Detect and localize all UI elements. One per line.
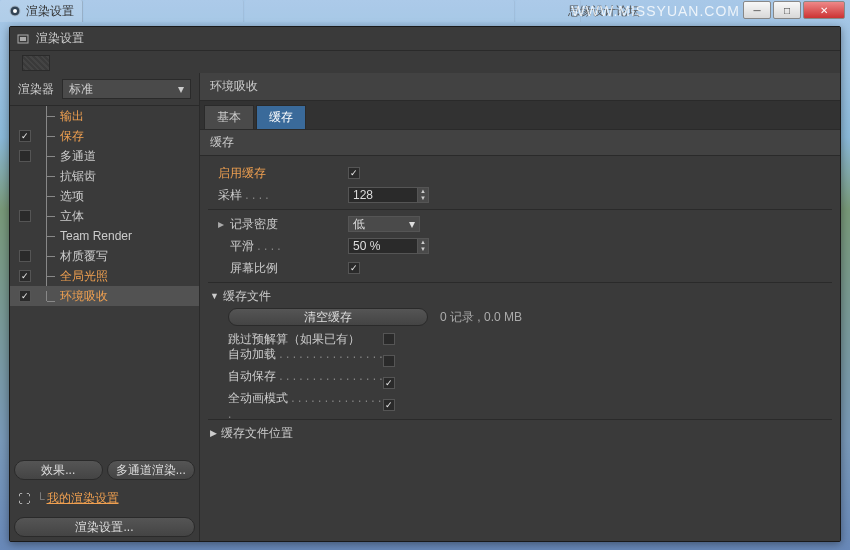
dialog-title-bar[interactable]: 渲染设置 (10, 27, 840, 51)
sidebar-checkbox[interactable] (19, 210, 31, 222)
browser-tab-blur[interactable] (84, 0, 244, 22)
sidebar-item[interactable]: ✓环境吸收 (10, 286, 199, 306)
sidebar-item-label: 材质覆写 (58, 248, 108, 265)
sidebar-checkbox[interactable] (19, 150, 31, 162)
sidebar-item-label: 抗锯齿 (58, 168, 96, 185)
tab-basic[interactable]: 基本 (204, 105, 254, 129)
sidebar-item[interactable]: 输出 (10, 106, 199, 126)
renderer-value: 标准 (69, 81, 93, 98)
skip-prepass-checkbox[interactable] (383, 333, 395, 345)
sidebar-item[interactable]: 材质覆写 (10, 246, 199, 266)
tab-label: 渲染设置 (26, 3, 74, 20)
clear-cache-button[interactable]: 清空缓存 (228, 308, 428, 326)
expand-icon[interactable]: ▸ (218, 217, 230, 231)
sidebar-item[interactable]: 选项 (10, 186, 199, 206)
render-settings-dialog: 渲染设置 渲染器 标准 ▾ 输出✓保存多通道抗锯齿选项立体Team Render… (9, 26, 841, 542)
sidebar-item-label: Team Render (58, 229, 132, 243)
sidebar: 渲染器 标准 ▾ 输出✓保存多通道抗锯齿选项立体Team Render材质覆写✓… (10, 73, 200, 541)
section-title: 缓存 (200, 130, 840, 156)
cache-status: 0 记录 , 0.0 MB (440, 309, 522, 326)
smooth-label: 平滑 . . . . (230, 238, 348, 255)
sidebar-item[interactable]: Team Render (10, 226, 199, 246)
full-anim-checkbox[interactable]: ✓ (383, 399, 395, 411)
sidebar-item[interactable]: ✓保存 (10, 126, 199, 146)
screen-ratio-label: 屏幕比例 (230, 260, 348, 277)
record-density-label: 记录密度 (230, 216, 348, 233)
watermark: WWW.MISSYUAN.COM (572, 3, 740, 19)
sidebar-item[interactable]: ✓全局光照 (10, 266, 199, 286)
enable-cache-checkbox[interactable]: ✓ (348, 167, 360, 179)
sidebar-item[interactable]: 抗锯齿 (10, 166, 199, 186)
svg-rect-3 (20, 37, 26, 41)
sidebar-checkbox[interactable] (19, 250, 31, 262)
sidebar-item[interactable]: 立体 (10, 206, 199, 226)
samples-label: 采样 . . . . (218, 187, 348, 204)
sidebar-item-label: 环境吸收 (58, 288, 108, 305)
close-button[interactable]: ✕ (803, 1, 845, 19)
samples-input[interactable]: 128 (348, 187, 418, 203)
sidebar-checkbox[interactable]: ✓ (19, 270, 31, 282)
smooth-input[interactable]: 50 % (348, 238, 418, 254)
chevron-down-icon: ▾ (409, 217, 415, 231)
auto-save-checkbox[interactable]: ✓ (383, 377, 395, 389)
samples-spinner[interactable]: ▲▼ (417, 187, 429, 203)
main-panel: 环境吸收 基本 缓存 缓存 启用缓存 ✓ 采样 . . . . 128 ▲▼ ▸ (200, 73, 840, 541)
render-settings-button[interactable]: 渲染设置... (14, 517, 195, 537)
my-preset-link[interactable]: 我的渲染设置 (47, 490, 119, 507)
minimize-button[interactable]: ─ (743, 1, 771, 19)
effects-button[interactable]: 效果... (14, 460, 103, 480)
smooth-spinner[interactable]: ▲▼ (417, 238, 429, 254)
renderer-label: 渲染器 (18, 81, 54, 98)
cache-file-group[interactable]: ▼缓存文件 (200, 286, 840, 306)
enable-cache-label: 启用缓存 (218, 165, 348, 182)
grip-icon[interactable] (22, 55, 50, 71)
maximize-button[interactable]: □ (773, 1, 801, 19)
svg-point-1 (13, 9, 17, 13)
sidebar-item-label: 保存 (58, 128, 84, 145)
tab-cache[interactable]: 缓存 (256, 105, 306, 129)
sidebar-checkbox[interactable]: ✓ (19, 290, 31, 302)
browser-tab-active[interactable]: 渲染设置 (0, 0, 83, 22)
sidebar-item-label: 全局光照 (58, 268, 108, 285)
sidebar-item-label: 输出 (58, 108, 84, 125)
auto-load-checkbox[interactable] (383, 355, 395, 367)
sidebar-checkbox[interactable]: ✓ (19, 130, 31, 142)
sidebar-item-label: 立体 (58, 208, 84, 225)
sidebar-item-label: 选项 (58, 188, 84, 205)
multipass-button[interactable]: 多通道渲染... (107, 460, 196, 480)
my-preset-row[interactable]: ⛶ └ 我的渲染设置 (10, 484, 199, 513)
dialog-icon (16, 32, 30, 46)
sidebar-item-label: 多通道 (58, 148, 96, 165)
renderer-dropdown[interactable]: 标准 ▾ (62, 79, 191, 99)
cache-location-group[interactable]: ▶缓存文件位置 (200, 423, 840, 443)
dialog-title: 渲染设置 (36, 30, 84, 47)
screen-ratio-checkbox[interactable]: ✓ (348, 262, 360, 274)
sidebar-item[interactable]: 多通道 (10, 146, 199, 166)
browser-tab-blur[interactable] (245, 0, 515, 22)
full-anim-label: 全动画模式 . . . . . . . . . . . . . . . (228, 390, 383, 421)
main-title: 环境吸收 (200, 73, 840, 101)
record-density-dropdown[interactable]: 低▾ (348, 216, 420, 232)
app-icon (8, 4, 22, 18)
chevron-down-icon: ▾ (178, 82, 184, 96)
preset-icon: ⛶ (18, 492, 30, 506)
